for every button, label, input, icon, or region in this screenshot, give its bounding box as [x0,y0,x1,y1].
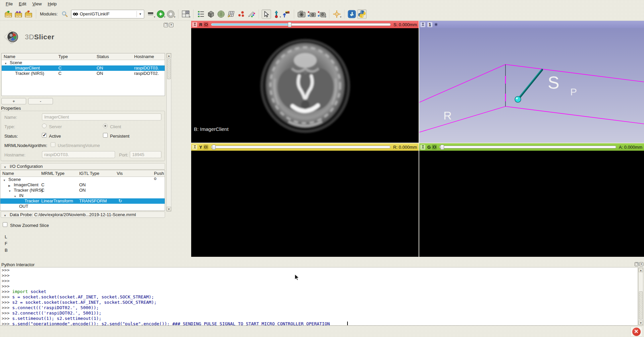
connector-table-header[interactable]: Name Type Status Hostname [2,53,165,60]
slice-visibility-eye-icon[interactable] [432,145,437,149]
server-radio[interactable] [42,124,47,128]
python-console-button[interactable] [357,9,367,19]
name-field[interactable]: ImagerClient [42,113,161,121]
hostname-field[interactable]: raspiDOT03. [42,151,115,158]
transforms-module-button[interactable] [226,9,236,19]
red-slice-view[interactable]: B: ImagerClient [191,28,419,143]
slice-visibility-eye-icon[interactable] [204,145,208,149]
add-connector-button[interactable]: + [1,98,26,104]
scene-view-button[interactable] [307,9,316,19]
module-search-button[interactable] [60,9,69,19]
place-fiducial-button[interactable]: ▾ [272,9,281,19]
menu-file[interactable]: File [3,1,16,7]
toolbar-separator [294,10,294,18]
pin-icon[interactable] [192,22,197,27]
slider-thumb[interactable] [440,145,444,150]
data-module-button[interactable] [196,9,206,19]
table-row[interactable]: ▶ImagerClientCON [0,182,165,188]
scrollbar-thumb[interactable] [639,291,643,320]
slider-thumb[interactable] [288,22,291,27]
models-module-button[interactable] [216,9,226,19]
console-scrollbar[interactable]: ▲ ▼ [638,268,643,325]
segment-editor-module-button[interactable] [247,9,256,19]
table-row[interactable]: ▼Tracker (NIRS)CON [0,188,165,193]
module-back-button[interactable]: ▾ [156,9,165,19]
python-console[interactable]: >>>>>>>>>>>>>>> import socket>>> s = soc… [0,267,638,326]
scroll-up-icon[interactable]: ▲ [639,268,643,272]
column-header-name[interactable]: Name [2,171,14,176]
pin-icon[interactable] [192,145,197,150]
table-row[interactable]: OUT [0,204,165,209]
module-forward-button[interactable]: ▾ [166,9,175,19]
scroll-down-icon[interactable]: ▼ [639,321,643,325]
module-history-button[interactable]: ▾ [146,9,155,19]
persistent-checkbox[interactable] [103,133,108,138]
green-slice-controller-bar: G A: 0.000mm [419,143,644,151]
threed-view[interactable]: S P R [419,28,644,143]
crosshair-button[interactable]: ▾ [332,9,341,19]
slice-visibility-eye-icon[interactable] [204,22,208,27]
subject-hierarchy-icon [197,10,205,18]
green-slice-view[interactable] [419,151,644,257]
scroll-down-icon[interactable]: ▼ [167,207,171,211]
close-panel-button[interactable]: ✕ [169,23,173,27]
column-header-vis[interactable]: Vis [117,171,123,176]
mouse-interaction-button[interactable] [262,9,271,19]
pin-icon[interactable] [420,145,425,150]
table-row[interactable]: Tracker (NIRS)CONraspiDOT02. [2,71,165,76]
remove-connector-button[interactable]: - [28,98,53,104]
volumes-module-button[interactable] [206,9,216,19]
window-level-button[interactable] [282,9,291,19]
column-header-status[interactable]: Status [97,54,109,59]
table-row[interactable]: ▼Scene [2,60,165,65]
io-table-header[interactable]: Name MRML Type IGTL Type Vis Push o [0,170,165,177]
save-button[interactable]: SAVE [24,9,33,19]
scrollbar-thumb[interactable] [167,58,171,79]
yellow-view-letter: Y [199,145,202,150]
menu-edit[interactable]: Edit [16,1,29,7]
table-row[interactable]: ▼Scene [0,177,165,182]
column-header-hostname[interactable]: Hostname [134,54,154,59]
use-streaming-volume-checkbox[interactable] [51,142,55,147]
column-header-type[interactable]: Type [58,54,68,59]
extensions-manager-button[interactable] [347,9,357,19]
pin-icon[interactable] [420,22,425,27]
menu-view[interactable]: View [29,1,45,7]
modules-label: Modules: [40,11,58,16]
table-row[interactable]: ImagerClientCONraspiDOT03. [2,65,165,71]
scene-view-menu-button[interactable]: ▾ [317,9,326,19]
io-configuration-header[interactable]: ▼ I/O Configuration [1,163,165,170]
scroll-up-icon[interactable]: ▲ [167,53,171,58]
error-log-button[interactable]: ✕ [630,327,642,337]
data-probe-header[interactable]: ▼ Data Probe: C:/dev/explora/20Noviemb..… [1,211,165,218]
active-checkbox[interactable] [42,133,47,138]
column-header-name[interactable]: Name [4,54,15,59]
spin-icon[interactable] [434,22,438,27]
green-slice-offset-slider[interactable] [439,146,616,148]
slider-thumb[interactable] [212,145,216,150]
console-line: >>> s2.connect(('raspiDOT02.', 5001)); [2,310,638,316]
load-dicom-button[interactable]: DCM [14,9,23,19]
column-header-igtl-type[interactable]: IGTL Type [79,171,99,176]
port-field[interactable]: 18945 [130,151,161,158]
layout-selector-button[interactable]: ▾ [181,9,191,19]
undock-panel-button[interactable]: ❐ [164,23,168,27]
panel-scrollbar[interactable]: ▲ ▼ [166,53,171,211]
red-slice-offset-slider[interactable] [211,23,391,26]
yellow-slice-view[interactable] [191,151,419,257]
column-header-mrml-type[interactable]: MRML Type [41,171,64,176]
table-row[interactable]: TrackerLinearTransformTRANSFORM↻ [0,198,165,204]
markups-module-button[interactable] [236,9,246,19]
load-data-button[interactable]: DATA [4,9,13,19]
yellow-slice-offset-slider[interactable] [211,146,391,148]
undock-console-button[interactable]: ❐ [635,262,639,266]
show-zoomed-slice-checkbox[interactable] [3,222,7,227]
client-radio[interactable] [103,124,108,128]
layout-grid-icon [182,10,190,18]
menu-help[interactable]: Help [45,1,60,7]
screenshot-button[interactable] [297,9,306,19]
table-row[interactable]: ▼IN [0,193,165,198]
red-view-letter: R [199,22,202,27]
close-console-button[interactable]: ✕ [639,262,643,266]
module-selector-combobox[interactable]: OpenIGTLinkIF ▼ [71,10,144,18]
